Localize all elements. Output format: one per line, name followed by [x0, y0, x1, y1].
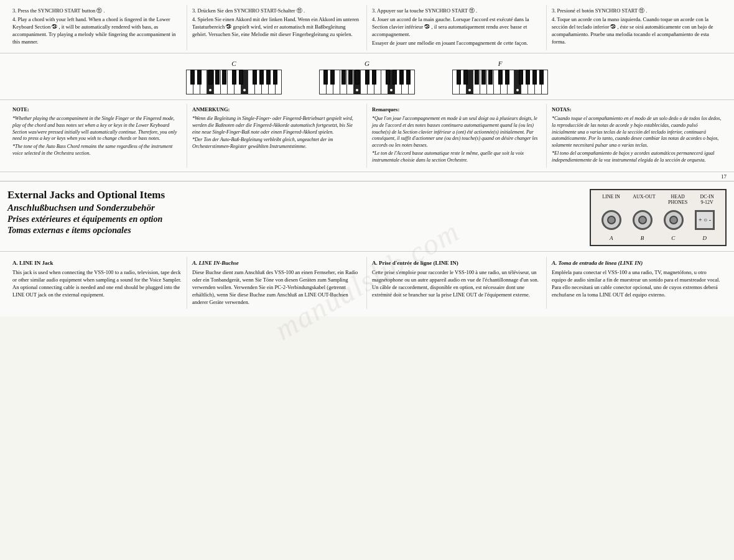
jack-diagram: LINE IN AUX-OUT HEADPHONES DC-IN9-12V [590, 189, 727, 246]
wk-f3 [466, 70, 473, 94]
jack-label-linein: LINE IN [602, 194, 620, 205]
wk-c11 [254, 70, 261, 94]
note-es-p1: *Cuando toque el acompañamiento en el mo… [552, 116, 722, 149]
wk-c1 [186, 70, 193, 94]
bottom-col-french: A. Prise d'entrée de ligne (LINE IN) Cet… [367, 257, 547, 309]
bottom-de-text: Diese Buchse dient zum Anschluß des VSS-… [192, 269, 361, 306]
wk-g9 [374, 70, 381, 94]
wk-f4 [473, 70, 480, 94]
jack-linein [602, 210, 621, 230]
wk-f9 [507, 70, 514, 94]
wk-f5 [480, 70, 486, 94]
piano-c-keys [186, 70, 282, 94]
jack-dcin-plus: + ○ - [699, 216, 711, 223]
wk-c5 [213, 70, 220, 94]
wk-c4 [207, 70, 213, 94]
jack-linein-inner [607, 216, 616, 224]
top-de-item2: 4. Spielen Sie einen Akkord mit der link… [192, 16, 361, 39]
note-fr-title: Remarques: [372, 106, 541, 113]
ext-title-spanish: Tomas externas e ítems opcionales [7, 226, 577, 236]
note-en-p2: *The tone of the Auto Bass Chord remains… [12, 144, 182, 157]
wk-g4 [340, 70, 346, 94]
wk-f7 [493, 70, 500, 94]
wk-f12 [527, 70, 534, 94]
top-fr-item3: Essayer de jouer une mélodie en jouant l… [372, 40, 541, 47]
wk-f1 [452, 70, 459, 94]
note-col-german: ANMERKUNG: *Wenn die Begleitung in Singl… [187, 104, 367, 167]
wk-c12 [261, 70, 268, 94]
note-de-p1: *Wenn die Begleitung in Single-Finger- o… [192, 116, 361, 135]
piano-c: C [186, 60, 282, 94]
note-en-p1: *Whether playing the accompaniment in th… [12, 116, 182, 142]
jack-label-b: B [641, 235, 644, 241]
jack-dcin: + ○ - [695, 210, 715, 230]
jack-label-phones: HEADPHONES [668, 194, 687, 205]
top-col-english: 3. Press the SYNCHRO START button ⑪ . 4.… [7, 5, 187, 50]
bottom-en-text: This jack is used when connecting the VS… [12, 269, 182, 299]
bottom-en-title: A. LINE IN Jack [12, 259, 182, 267]
wk-g2 [326, 70, 333, 94]
wk-g7 [360, 70, 367, 94]
external-section: External Jacks and Optional Items Anschl… [0, 181, 734, 252]
wk-f6 [486, 70, 493, 94]
top-fr-item2: 4. Jouer un accord de la main gauche. Lo… [372, 16, 541, 39]
bottom-col-english: A. LINE IN Jack This jack is used when c… [7, 257, 187, 309]
wk-c13 [268, 70, 275, 94]
wk-f11 [521, 70, 527, 94]
wk-g3 [333, 70, 340, 94]
top-es-item1: 3. Presioné el botón SYNCHRO START ⑪ . [552, 7, 722, 15]
ext-title-german: Anschlußbuchsen und Sonderzubehör [7, 203, 577, 213]
bottom-fr-title: A. Prise d'entrée de ligne (LINE IN) [372, 259, 541, 267]
jack-auxout [633, 210, 653, 230]
bottom-fr-text: Cette prise s'emploie pour raccorder le … [372, 269, 541, 299]
top-es-item2: 4. Toque un acorde con la mano izquierda… [552, 16, 722, 46]
top-col-french: 3. Appuyer sur la touche SYNCHRO START ⑪… [367, 5, 547, 50]
top-fr-item1: 3. Appuyer sur la touche SYNCHRO START ⑪… [372, 7, 541, 15]
top-en-item2: 4. Play a chord with your left hand. Whe… [12, 16, 182, 46]
wk-g5 [346, 70, 353, 94]
wk-f13 [534, 70, 541, 94]
bottom-de-title: A. LINE IN-Buchse [192, 259, 361, 267]
jack-label-a: A [610, 235, 613, 241]
note-es-title: NOTAS: [552, 106, 722, 113]
top-col-german: 3. Drücken Sie den SYNCHRO START-Schalte… [187, 5, 367, 50]
note-de-p2: *Der Ton der Auto-Baß-Begleitung verblei… [192, 137, 361, 150]
piano-f-keys [452, 70, 548, 94]
wk-c9 [241, 70, 248, 94]
wk-c6 [220, 70, 227, 94]
wk-c7 [227, 70, 234, 94]
wk-g6 [353, 70, 360, 94]
bottom-es-title: A. Toma de entrada de línea (LINE IN) [552, 259, 722, 267]
jack-diagram-header: LINE IN AUX-OUT HEADPHONES DC-IN9-12V [596, 194, 720, 205]
piano-f: F [452, 60, 548, 94]
note-de-title: ANMERKUNG: [192, 106, 361, 113]
jack-labels: A B C D [596, 235, 720, 241]
piano-g-whites [319, 70, 415, 94]
note-fr-p2: *Le ton de l'Accord basse automatique re… [372, 150, 541, 164]
wk-g14 [408, 70, 415, 94]
top-en-item1: 3. Press the SYNCHRO START button ⑪ . [12, 7, 182, 15]
wk-f14 [541, 70, 548, 94]
wk-g8 [367, 70, 374, 94]
bottom-col-spanish: A. Toma de entrada de línea (LINE IN) Em… [547, 257, 727, 309]
piano-f-whites [452, 70, 548, 94]
piano-c-whites [186, 70, 282, 94]
ext-title-english: External Jacks and Optional Items [7, 189, 577, 201]
piano-f-label: F [498, 60, 503, 67]
note-col-spanish: NOTAS: *Cuando toque el acompañamiento e… [547, 104, 727, 167]
external-titles: External Jacks and Optional Items Anschl… [7, 189, 577, 237]
jack-label-d: D [702, 235, 707, 241]
piano-g-label: G [365, 60, 369, 67]
wk-c3 [200, 70, 207, 94]
wk-c8 [234, 70, 241, 94]
wk-c10 [248, 70, 254, 94]
bottom-section: A. LINE IN Jack This jack is used when c… [0, 252, 734, 316]
note-fr-p1: *Que l'on joue l'accompagnement en mode … [372, 116, 541, 149]
notes-section: NOTE: *Whether playing the accompaniment… [0, 100, 734, 172]
wk-g13 [401, 70, 408, 94]
note-col-english: NOTE: *Whether playing the accompaniment… [7, 104, 187, 167]
note-col-french: Remarques: *Que l'on joue l'accompagneme… [367, 104, 547, 167]
wk-g12 [394, 70, 401, 94]
jack-label-dcin: DC-IN9-12V [700, 194, 714, 205]
wk-g11 [388, 70, 394, 94]
